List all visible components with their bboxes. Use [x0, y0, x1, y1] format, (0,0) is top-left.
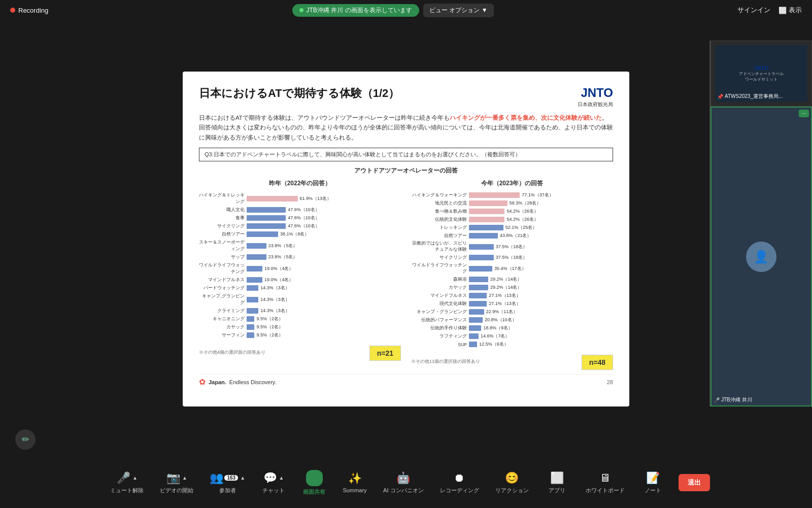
bar-row: SUP12.5%（6名） — [411, 341, 613, 348]
bar-label: トレッキング — [411, 225, 467, 231]
mute-label: ミュート解除 — [110, 487, 144, 494]
microphone-icon: 🎤 — [714, 397, 720, 403]
mute-button[interactable]: 🎤 ▲ ミュート解除 — [102, 467, 152, 498]
bar-row: 現代文化体験27.1%（13名） — [411, 300, 613, 307]
bar-value: 43.8%（21名） — [500, 232, 532, 239]
bar-label: ワイルドライフウォッチング — [199, 262, 245, 275]
video-label: ビデオの開始 — [160, 487, 193, 494]
bar-row: ワイルドライフウォッチング35.4%（17名） — [411, 262, 613, 275]
slide-container: 日本におけるATで期待する体験（1/2） JNTO 日本政府観光局 日本における… — [183, 72, 629, 407]
top-bar: Recording JTB沖縄 井川 の画面を表示しています ビュー オプション… — [0, 0, 812, 20]
right-chart-title: 今年（2023年）の回答 — [411, 179, 613, 188]
apps-icon: ⬜ — [550, 471, 564, 485]
chat-button[interactable]: 💬 ▲ チャット — [253, 467, 294, 498]
bar-row: サイクリング47.6%（10名） — [199, 223, 401, 229]
bar-wrap: 14.3%（3名） — [247, 308, 401, 314]
chat-label: チャット — [262, 487, 285, 494]
bar-value: 12.5%（6名） — [479, 341, 509, 348]
bar-wrap: 19.0%（4名） — [247, 277, 401, 283]
bar-label: 現代文化体験 — [411, 301, 467, 307]
bar-wrap: 37.5%（18名） — [469, 254, 613, 261]
jnto-main-text: JNTO — [581, 86, 613, 100]
bar-label: カヤック — [411, 285, 467, 291]
bar-fill — [247, 308, 258, 314]
summary-icon: ✨ — [348, 472, 362, 485]
bar-wrap: 54.2%（26名） — [469, 208, 613, 215]
recording-button[interactable]: ⏺ レコーディング — [432, 467, 487, 498]
bar-value: 14.3%（3名） — [260, 308, 290, 314]
microphone-off-icon: 🎤 — [117, 471, 130, 485]
bar-wrap: 77.1%（37名） — [469, 192, 613, 198]
view-options-label: ビュー オプション — [429, 6, 480, 15]
bar-label: 職人文化 — [199, 207, 245, 213]
apps-button[interactable]: ⬜ アプリ — [537, 467, 578, 498]
left-bars-container: ハイキング＆トレッキング61.9%（13名）職人文化47.6%（10名）食事47… — [199, 192, 401, 338]
bar-wrap: 9.5%（2名） — [247, 316, 401, 322]
bar-label: カヤック — [199, 324, 245, 330]
participants-button[interactable]: 👥 163 ▲ 参加者 — [201, 467, 253, 498]
bar-label: 伝統的手作り体験 — [411, 325, 467, 331]
bar-wrap: 47.6%（10名） — [247, 215, 401, 221]
recording-indicator: Recording — [10, 7, 48, 14]
screen-share-text: JTB沖縄 井川 の画面を表示しています — [307, 6, 412, 15]
bar-row: サップ23.8%（5名） — [199, 254, 401, 260]
top-center: JTB沖縄 井川 の画面を表示しています ビュー オプション ▼ — [292, 4, 494, 17]
bar-wrap: 43.8%（21名） — [469, 232, 613, 239]
bar-value: 54.2%（26名） — [506, 208, 538, 215]
sign-in-button[interactable]: サインイン — [737, 6, 770, 15]
bar-value: 47.6%（10名） — [288, 223, 320, 229]
bar-value: 14.3%（3名） — [260, 296, 290, 303]
whiteboard-label: ホワイトボード — [586, 487, 625, 494]
bar-label: キャニオニング — [199, 316, 245, 322]
bar-row: 食べ物＆飲み物54.2%（26名） — [411, 208, 613, 215]
japan-brand: Japan. — [209, 379, 226, 385]
right-n-badge: n=48 — [582, 355, 613, 370]
bar-fill — [469, 285, 488, 290]
display-button[interactable]: ⬜ 表示 — [779, 6, 802, 15]
bar-wrap: 14.6%（7名） — [469, 333, 613, 340]
video-button[interactable]: 📷 ▲ ビデオの開始 — [152, 467, 201, 498]
notes-button[interactable]: 📝 ノート — [633, 467, 673, 498]
bar-label: 自然ツアー — [199, 231, 245, 238]
bar-fill — [469, 200, 507, 206]
bar-row: ワイルドライフウォッチング19.0%（4名） — [199, 262, 401, 275]
annotation-button[interactable]: ✏ — [15, 429, 36, 450]
bar-value: 19.0%（4名） — [264, 277, 294, 283]
ai-companion-button[interactable]: 🤖 AI コンパニオン — [375, 467, 431, 498]
bar-row: バードウォッチング14.3%（3名） — [199, 285, 401, 291]
bar-label: ハイキング＆ウォーキング — [411, 192, 467, 198]
bar-label: マインドフルネス — [411, 293, 467, 299]
bar-value: 58.3%（28名） — [510, 200, 542, 207]
ai-label: AI コンパニオン — [383, 487, 423, 494]
bar-fill — [469, 293, 487, 298]
japan-logo: ✿ Japan. Endless Discovery. — [199, 377, 277, 387]
exit-button[interactable]: 退出 — [679, 474, 710, 491]
bar-label: ハイキング＆トレッキング — [199, 192, 245, 205]
recording-dot — [10, 8, 15, 13]
top-right: サインイン ⬜ 表示 — [737, 6, 802, 15]
notes-icon: 📝 — [646, 471, 660, 485]
reaction-button[interactable]: 😊 リアクション — [487, 467, 537, 498]
screen-share-button[interactable]: ⬆ 画面共有 — [294, 466, 334, 500]
bar-label: 地元民との交流 — [411, 200, 467, 207]
bar-fill — [247, 215, 286, 221]
whiteboard-button[interactable]: 🖥 ホワイトボード — [578, 467, 633, 498]
notes-label: ノート — [645, 487, 661, 494]
bar-row: 地元民との交流58.3%（28名） — [411, 200, 613, 207]
view-options-button[interactable]: ビュー オプション ▼ — [423, 4, 494, 17]
summary-button[interactable]: ✨ Summary — [334, 468, 375, 497]
display-label: 表示 — [789, 6, 802, 15]
participant-card-1: JNTO アドベンチャートラベル ワールドサミット 📌 ATWS2023_運営事… — [710, 41, 812, 107]
more-options-button[interactable]: ··· — [799, 110, 809, 117]
bar-wrap: 54.2%（26名） — [469, 216, 613, 223]
bar-label: キャンプ,グランピング — [199, 293, 245, 306]
bar-fill — [469, 244, 494, 250]
bar-wrap: 29.2%（14名） — [469, 276, 613, 283]
recording-label: レコーディング — [440, 487, 479, 494]
bar-value: 9.5%（2名） — [256, 316, 283, 322]
bar-label: クライミング — [199, 308, 245, 314]
bar-value: 19.0%（4名） — [264, 265, 294, 272]
bar-value: 77.1%（37名） — [522, 192, 554, 198]
bar-value: 29.2%（14名） — [490, 276, 522, 283]
chat-icon: 💬 — [263, 471, 277, 485]
